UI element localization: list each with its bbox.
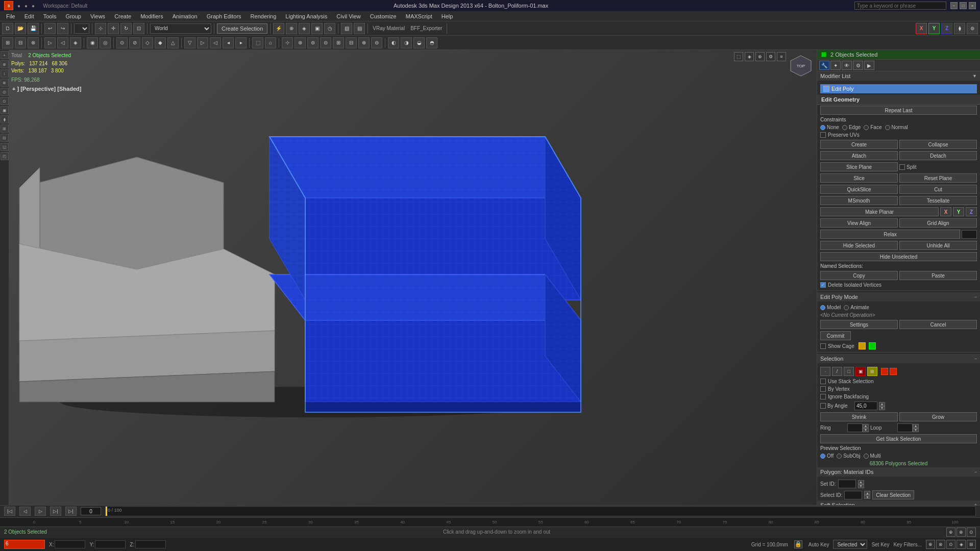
t2-icon27[interactable]: ⊕ — [358, 37, 370, 48]
modifier-list-header[interactable]: Modifier List ▼ — [817, 71, 980, 81]
br-icon3[interactable]: ⊙ — [946, 540, 955, 549]
loop-up[interactable]: ▲ — [913, 424, 919, 428]
left-tool-11[interactable]: ◱ — [1, 143, 9, 151]
ep-mode-header[interactable]: Edit Poly Mode − — [817, 292, 980, 302]
set-id-down[interactable]: ▼ — [858, 484, 864, 488]
x-coord-input[interactable] — [55, 540, 85, 548]
poly-sel-icon[interactable]: ▣ — [855, 367, 866, 376]
loop-down[interactable]: ▼ — [913, 428, 919, 432]
rotate-tool[interactable]: ↻ — [120, 23, 132, 34]
redo-button[interactable]: ↪ — [57, 23, 68, 34]
show-cage-check[interactable] — [820, 343, 826, 349]
t2-icon12[interactable]: ◆ — [155, 37, 166, 48]
tessellate-btn[interactable]: Tessellate — [899, 196, 977, 205]
z-planar-btn[interactable]: Z — [966, 207, 977, 216]
normal-option[interactable]: Normal — [885, 124, 908, 130]
use-stack-check[interactable] — [820, 379, 826, 384]
undo-button[interactable]: ↩ — [44, 23, 56, 34]
select-id-input[interactable] — [844, 491, 862, 499]
slice-btn[interactable]: Slice — [820, 173, 898, 183]
t2-icon13[interactable]: △ — [167, 37, 179, 48]
t2-icon18[interactable]: ▸ — [235, 37, 247, 48]
none-radio[interactable] — [820, 125, 825, 130]
soft-sel-header[interactable]: Soft Selection + — [817, 500, 980, 505]
t2-icon6[interactable]: ◈ — [70, 37, 81, 48]
coord-system[interactable]: World — [150, 23, 211, 34]
select-tool[interactable]: ⊹ — [95, 23, 106, 34]
left-tool-2[interactable]: ⊕ — [1, 60, 9, 68]
workspace-select[interactable]: Workspace: Default — [43, 3, 87, 9]
modifier-edit-poly[interactable]: Edit Poly — [820, 84, 977, 93]
selection-header[interactable]: Selection − — [817, 354, 980, 363]
make-planar-btn[interactable]: Make Planar — [820, 207, 939, 216]
ring-down[interactable]: ▼ — [863, 428, 869, 432]
vp-icon-standard[interactable]: ⬚ — [734, 52, 743, 61]
off-radio[interactable] — [820, 454, 825, 459]
menu-views[interactable]: Views — [86, 12, 109, 20]
t2-icon25[interactable]: ⊞ — [333, 37, 344, 48]
normal-radio[interactable] — [885, 125, 890, 130]
animate-option[interactable]: Animate — [844, 305, 869, 310]
status-icon3[interactable]: ⊙ — [967, 528, 976, 537]
set-id-up[interactable]: ▲ — [858, 480, 864, 484]
t2-icon30[interactable]: ◑ — [401, 37, 412, 48]
menu-graph-editors[interactable]: Graph Editors — [203, 12, 246, 20]
menu-lighting-analysis[interactable]: Lighting Analysis — [281, 12, 331, 20]
shrink-btn[interactable]: Shrink — [820, 412, 898, 421]
ring-up[interactable]: ▲ — [863, 424, 869, 428]
t2-icon26[interactable]: ⊟ — [346, 37, 357, 48]
menu-customize[interactable]: Customize — [366, 12, 401, 20]
select-id-down[interactable]: ▼ — [864, 495, 870, 499]
commit-btn[interactable]: Commit — [820, 331, 851, 340]
left-tool-8[interactable]: ⧫ — [1, 115, 9, 123]
y-coord-input[interactable] — [95, 540, 126, 548]
slice-plane-btn[interactable]: Slice Plane — [820, 162, 898, 171]
t2-icon2[interactable]: ⊟ — [15, 37, 26, 48]
t2-icon17[interactable]: ◂ — [223, 37, 234, 48]
animate-radio[interactable] — [844, 305, 849, 310]
t2-icon16[interactable]: ◁ — [210, 37, 221, 48]
menu-maxscript[interactable]: MAXScript — [402, 12, 436, 20]
menu-modifiers[interactable]: Modifiers — [136, 12, 167, 20]
play-btn[interactable]: ▷ — [35, 507, 46, 516]
face-radio[interactable] — [864, 125, 869, 130]
split-check[interactable] — [899, 164, 905, 170]
hide-unselected-btn[interactable]: Hide Unselected — [820, 252, 977, 261]
cage-color-swatch2[interactable] — [869, 342, 876, 349]
off-option[interactable]: Off — [820, 453, 834, 459]
vertex-sel-icon[interactable]: · — [820, 367, 830, 376]
tb-icon7[interactable]: ▤ — [354, 23, 365, 34]
y-axis-btn[interactable]: Y — [928, 23, 940, 34]
edge-radio[interactable] — [842, 125, 847, 130]
edge-sel-icon[interactable]: / — [832, 367, 842, 376]
face-option[interactable]: Face — [864, 124, 881, 130]
t2-icon14[interactable]: ▽ — [184, 37, 195, 48]
ring-input[interactable] — [847, 423, 863, 432]
multi-option[interactable]: Multi — [864, 453, 881, 459]
minimize-button[interactable]: − — [950, 2, 958, 9]
msmooth-btn[interactable]: MSmooth — [820, 196, 898, 205]
create-btn[interactable]: Create — [820, 140, 898, 149]
x-planar-btn[interactable]: X — [940, 207, 951, 216]
menu-create[interactable]: Create — [110, 12, 135, 20]
rp-display-icon[interactable]: 👁 — [842, 61, 852, 70]
y-planar-btn[interactable]: Y — [953, 207, 964, 216]
attach-btn[interactable]: Attach — [820, 151, 898, 160]
quickslice-btn[interactable]: QuickSlice — [820, 185, 898, 194]
t2-icon32[interactable]: ◓ — [426, 37, 437, 48]
detach-btn[interactable]: Detach — [899, 151, 977, 160]
tb-icon1[interactable]: ⚡ — [273, 23, 284, 34]
relax-spinner[interactable] — [962, 230, 977, 239]
tb-icon6[interactable]: ▧ — [341, 23, 352, 34]
tb-icon5[interactable]: ◷ — [324, 23, 335, 34]
vp-icon-extra[interactable]: ≡ — [777, 52, 786, 61]
t2-icon5[interactable]: ◁ — [57, 37, 68, 48]
t2-icon10[interactable]: ⊘ — [129, 37, 140, 48]
t2-icon28[interactable]: ⊖ — [371, 37, 382, 48]
model-radio[interactable] — [820, 305, 825, 310]
left-tool-10[interactable]: ⊟ — [1, 134, 9, 142]
t2-icon23[interactable]: ⊜ — [307, 37, 318, 48]
vp-icon-settings2[interactable]: ⚙ — [766, 52, 775, 61]
select-id-up[interactable]: ▲ — [864, 491, 870, 495]
t2-icon9[interactable]: ⊙ — [116, 37, 128, 48]
